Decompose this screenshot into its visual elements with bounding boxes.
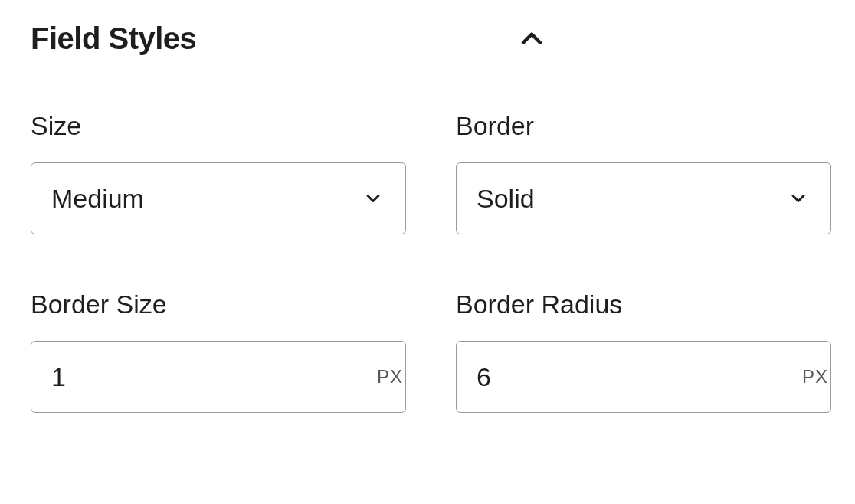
border-radius-unit: PX <box>802 366 828 388</box>
fields-grid: Size Medium Border Solid Border Size PX <box>31 111 824 413</box>
border-select-value: Solid <box>477 184 786 214</box>
border-radius-input[interactable] <box>477 362 802 392</box>
panel-header[interactable]: Field Styles <box>31 21 824 56</box>
panel-title: Field Styles <box>31 21 196 56</box>
border-radius-label: Border Radius <box>456 290 831 319</box>
border-size-field-group: Border Size PX <box>31 290 406 413</box>
chevron-down-icon <box>361 186 385 211</box>
border-size-input-wrapper: PX <box>31 341 406 413</box>
size-label: Size <box>31 111 406 141</box>
border-radius-field-group: Border Radius PX <box>456 290 831 413</box>
border-label: Border <box>456 111 831 141</box>
size-select[interactable]: Medium <box>31 162 406 234</box>
border-select[interactable]: Solid <box>456 162 831 234</box>
border-field-group: Border Solid <box>456 111 831 234</box>
border-radius-input-wrapper: PX <box>456 341 831 413</box>
size-field-group: Size Medium <box>31 111 406 234</box>
border-size-label: Border Size <box>31 290 406 319</box>
chevron-down-icon <box>786 186 811 211</box>
border-size-unit: PX <box>377 366 403 388</box>
chevron-up-icon[interactable] <box>515 22 549 56</box>
border-size-input[interactable] <box>51 362 377 392</box>
size-select-value: Medium <box>51 184 361 214</box>
